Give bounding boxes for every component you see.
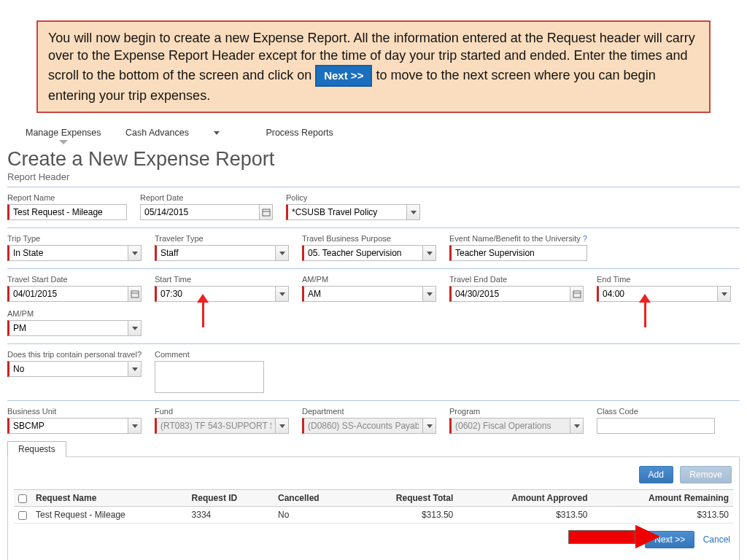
field-policy: Policy xyxy=(286,193,420,220)
report-name-input[interactable] xyxy=(7,204,127,220)
chevron-down-icon[interactable] xyxy=(128,361,142,377)
end-time-input[interactable] xyxy=(597,286,718,302)
chevron-down-icon[interactable] xyxy=(128,418,142,434)
divider xyxy=(7,187,740,187)
add-button[interactable]: Add xyxy=(639,466,673,483)
chevron-down-icon[interactable] xyxy=(423,418,436,434)
comment-input[interactable] xyxy=(155,361,264,393)
divider xyxy=(7,268,740,269)
tab-cash-advances[interactable]: Cash Advances xyxy=(125,128,241,138)
program-input xyxy=(449,418,570,434)
travel-purpose-input[interactable] xyxy=(302,245,423,261)
field-personal-travel: Does this trip contain personal travel? xyxy=(7,350,142,393)
field-business-unit: Business Unit xyxy=(7,407,142,434)
chevron-down-icon[interactable] xyxy=(423,286,436,302)
trip-type-input[interactable] xyxy=(7,245,128,261)
policy-input[interactable] xyxy=(286,204,407,220)
top-nav: Manage Expenses Cash Advances Process Re… xyxy=(26,128,747,138)
field-travel-start: Travel Start Date xyxy=(7,275,142,302)
field-end-ampm: AM/PM xyxy=(7,309,142,336)
chevron-down-icon[interactable] xyxy=(407,204,420,220)
event-name-input[interactable] xyxy=(449,245,587,261)
chevron-down-icon xyxy=(214,131,220,135)
chevron-down-icon[interactable] xyxy=(570,418,584,434)
calendar-icon[interactable] xyxy=(128,286,142,302)
calendar-icon[interactable] xyxy=(260,204,273,220)
field-end-time: End Time xyxy=(597,275,731,302)
page-subtitle: Report Header xyxy=(7,171,740,182)
traveler-type-input[interactable] xyxy=(155,245,276,261)
tab-requests[interactable]: Requests xyxy=(7,441,66,457)
svg-rect-2 xyxy=(131,291,139,298)
report-date-input[interactable] xyxy=(140,204,260,220)
chevron-down-icon[interactable] xyxy=(423,245,436,261)
field-start-time: Start Time xyxy=(155,275,289,302)
class-code-input[interactable] xyxy=(597,418,715,434)
field-trip-type: Trip Type xyxy=(7,234,142,261)
field-event-name: Event Name/Benefit to the University? xyxy=(449,234,587,261)
table-row: Test Request - Mileage 3334 No $313.50 $… xyxy=(14,507,733,524)
field-travel-end: Travel End Date xyxy=(449,275,584,302)
chevron-down-icon[interactable] xyxy=(718,286,731,302)
calendar-icon[interactable] xyxy=(570,286,584,302)
field-class-code: Class Code xyxy=(597,407,715,434)
field-program: Program xyxy=(449,407,584,434)
callout-next-chip: Next >> xyxy=(315,65,372,87)
requests-section: Requests Add Remove Request Name Request… xyxy=(7,441,740,560)
field-report-name: Report Name xyxy=(7,193,127,220)
field-travel-purpose: Travel Business Purpose xyxy=(302,234,436,261)
department-input xyxy=(302,418,423,434)
field-fund: Fund xyxy=(155,407,289,434)
divider xyxy=(7,400,740,401)
instructional-callout: You will now begin to create a new Expen… xyxy=(36,20,711,113)
select-all-checkbox[interactable] xyxy=(18,494,27,503)
start-time-input[interactable] xyxy=(155,286,276,302)
next-button[interactable]: Next >> xyxy=(645,531,694,548)
tab-process-reports[interactable]: Process Reports xyxy=(266,128,333,138)
fund-input xyxy=(155,418,276,434)
business-unit-input[interactable] xyxy=(7,418,128,434)
travel-end-input[interactable] xyxy=(449,286,570,302)
end-ampm-input[interactable] xyxy=(7,320,128,336)
travel-start-input[interactable] xyxy=(7,286,128,302)
field-report-date: Report Date xyxy=(140,193,273,220)
divider xyxy=(7,343,740,344)
chevron-down-icon[interactable] xyxy=(276,286,289,302)
chevron-down-icon[interactable] xyxy=(128,245,142,261)
field-department: Department xyxy=(302,407,436,434)
requests-table: Request Name Request ID Cancelled Reques… xyxy=(14,489,733,524)
field-start-ampm: AM/PM xyxy=(302,275,436,302)
field-comment: Comment xyxy=(155,350,264,393)
cancel-link[interactable]: Cancel xyxy=(703,534,730,545)
chevron-down-icon[interactable] xyxy=(276,245,289,261)
page-title: Create a New Expense Report xyxy=(7,148,740,171)
tab-manage-expenses[interactable]: Manage Expenses xyxy=(26,128,101,138)
start-ampm-input[interactable] xyxy=(302,286,423,302)
svg-rect-0 xyxy=(263,209,270,216)
field-traveler-type: Traveler Type xyxy=(155,234,289,261)
chevron-down-icon[interactable] xyxy=(276,418,289,434)
help-icon[interactable]: ? xyxy=(583,234,587,243)
remove-button[interactable]: Remove xyxy=(680,466,732,483)
row-checkbox[interactable] xyxy=(18,511,27,520)
svg-rect-4 xyxy=(573,291,581,298)
chevron-down-icon[interactable] xyxy=(128,320,142,336)
divider xyxy=(7,228,740,228)
personal-travel-input[interactable] xyxy=(7,361,128,377)
